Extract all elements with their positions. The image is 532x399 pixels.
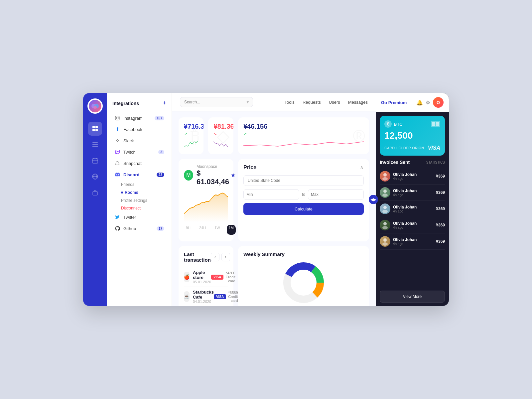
search-input[interactable] xyxy=(180,97,253,107)
integration-item-facebook[interactable]: f Facebook xyxy=(112,124,166,135)
btc-label: ₿ BTC xyxy=(384,120,403,128)
next-arrow[interactable]: › xyxy=(221,253,230,261)
settings-icon[interactable]: ⚙ xyxy=(426,99,430,106)
svg-rect-5 xyxy=(92,129,95,131)
ripple-bg-icon: ® xyxy=(353,126,365,146)
visa-label: VISA xyxy=(428,145,440,151)
nav-requests[interactable]: Requests xyxy=(303,100,321,105)
invoice-info-2: Olivia Johan 4h ago xyxy=(393,189,436,197)
svg-rect-26 xyxy=(117,151,118,152)
integration-item-discord[interactable]: Discord 22 xyxy=(112,169,166,180)
apple-name: Apple store xyxy=(193,270,211,280)
trans-info-starbucks: Starbucks Cafe 04.01.2020 xyxy=(193,290,214,304)
svg-rect-6 xyxy=(95,129,98,131)
svg-point-32 xyxy=(383,173,387,177)
svg-point-34 xyxy=(383,190,387,193)
nav-messages[interactable]: Messages xyxy=(348,100,368,105)
instagram-icon xyxy=(114,115,120,121)
tab-1w[interactable]: 1W xyxy=(212,225,222,235)
notification-icon[interactable]: 🔔 xyxy=(416,99,423,106)
github-icon xyxy=(114,225,120,231)
svg-point-37 xyxy=(382,210,388,213)
svg-rect-3 xyxy=(92,126,95,128)
price-form: to Calculate xyxy=(243,175,364,215)
btc-currency: BTC xyxy=(394,122,403,127)
right-panel: Go Premium 🔔 ⚙ O ₿ BTC 12 xyxy=(376,93,449,306)
location-input[interactable] xyxy=(243,175,364,186)
integration-item-instagram[interactable]: Instagram 167 xyxy=(112,113,166,123)
svg-rect-17 xyxy=(93,192,97,195)
stat-card-btc: ¥716.369 ↗ ₿ xyxy=(179,117,203,154)
btc-card-header: ₿ BTC xyxy=(384,120,440,128)
visa-chip-starbucks: VISA xyxy=(214,294,226,299)
star-icon[interactable]: ★ xyxy=(230,172,236,179)
sidebar-icon-bag[interactable] xyxy=(88,186,102,200)
svg-point-2 xyxy=(93,106,97,109)
price-card: Price ∧ to Calculate xyxy=(238,159,369,241)
add-integration-button[interactable]: + xyxy=(163,100,166,107)
discord-sub-friends[interactable]: Friends xyxy=(119,181,166,189)
min-input[interactable] xyxy=(243,189,299,200)
invoice-row-1: Olivia Johan 4h ago ¥369 xyxy=(380,168,445,185)
github-badge: 17 xyxy=(157,226,164,231)
invoice-name-4: Olivia Johan xyxy=(393,221,436,226)
twitch-icon xyxy=(114,149,120,155)
integration-item-github[interactable]: Github 17 xyxy=(112,223,166,234)
svg-point-31 xyxy=(291,270,316,295)
instagram-label: Instagram xyxy=(123,116,155,121)
card-info-starbucks: *6589 Credit card xyxy=(228,291,238,303)
top-nav: ▼ Tools Requests Users Messages xyxy=(172,93,376,111)
discord-icon xyxy=(114,172,120,178)
integration-item-snapchat[interactable]: Snapchat xyxy=(112,158,166,169)
to-label: to xyxy=(302,192,305,197)
tab-9h[interactable]: 9H xyxy=(184,225,193,235)
invoice-row-5: Olivia Johan 4h ago ¥369 xyxy=(380,233,445,250)
twitch-label: Twitch xyxy=(123,150,158,155)
nav-tools[interactable]: Tools xyxy=(285,100,295,105)
tab-1m[interactable]: 1M xyxy=(227,225,236,235)
moon-icon: M xyxy=(184,170,193,181)
calculate-button[interactable]: Calculate xyxy=(243,203,364,215)
view-more-button[interactable]: View More xyxy=(380,291,445,303)
price-collapse-icon[interactable]: ∧ xyxy=(360,164,364,171)
sidebar-icon-calendar[interactable] xyxy=(88,154,102,168)
tab-24h[interactable]: 24H xyxy=(197,225,208,235)
main-chart xyxy=(184,189,228,222)
panel-toggle-button[interactable]: ◀▶ xyxy=(369,195,378,204)
weekly-card: Weekly Summary 15% xyxy=(238,246,369,306)
card-info-apple: *4300 Credit card xyxy=(225,271,235,283)
integration-item-slack[interactable]: Slack xyxy=(112,135,166,146)
svg-rect-25 xyxy=(118,151,119,152)
facebook-label: Facebook xyxy=(123,127,164,132)
svg-rect-8 xyxy=(92,144,98,145)
user-avatar[interactable]: O xyxy=(433,97,444,108)
stat-card-ripple: ¥46.156 ↗ ® xyxy=(238,117,369,154)
integration-item-twitter[interactable]: Twitter xyxy=(112,212,166,222)
sidebar-icon-grid[interactable] xyxy=(88,122,102,136)
twitter-icon xyxy=(114,214,120,220)
sidebar-logo[interactable] xyxy=(87,98,103,114)
trans-card-starbucks: VISA *6589 Credit card xyxy=(214,291,238,303)
discord-sub-rooms[interactable]: Rooms xyxy=(119,189,166,197)
max-input[interactable] xyxy=(308,189,364,200)
svg-point-41 xyxy=(382,242,388,246)
sidebar-icon-table[interactable] xyxy=(88,138,102,152)
btc-holder: CARD HOLDER ORION xyxy=(384,146,424,150)
invoice-info-3: Olivia Johan 4h ago xyxy=(393,205,436,213)
invoices-sub: STATISTICS xyxy=(426,161,445,164)
prev-arrow[interactable]: ‹ xyxy=(211,253,219,261)
svg-rect-24 xyxy=(117,141,118,142)
discord-disconnect[interactable]: Disconnect xyxy=(119,204,166,212)
invoice-time-5: 4h ago xyxy=(393,242,436,246)
discord-sub-profile[interactable]: Profile settings xyxy=(119,197,166,204)
integration-item-twitch[interactable]: Twitch 3 xyxy=(112,147,166,157)
svg-rect-23 xyxy=(117,139,118,140)
right-top: Go Premium 🔔 ⚙ O xyxy=(376,93,449,112)
app-wrapper: Integrations + Instagram 167 f Facebook … xyxy=(83,93,449,306)
integrations-panel: Integrations + Instagram 167 f Facebook … xyxy=(107,93,172,306)
invoices-header: Invoices Sent STATISTICS xyxy=(380,160,445,165)
nav-users[interactable]: Users xyxy=(329,100,340,105)
mini-chart-3 xyxy=(243,139,364,149)
sidebar-icon-globe[interactable] xyxy=(88,170,102,184)
go-premium-button[interactable]: Go Premium xyxy=(381,100,407,105)
